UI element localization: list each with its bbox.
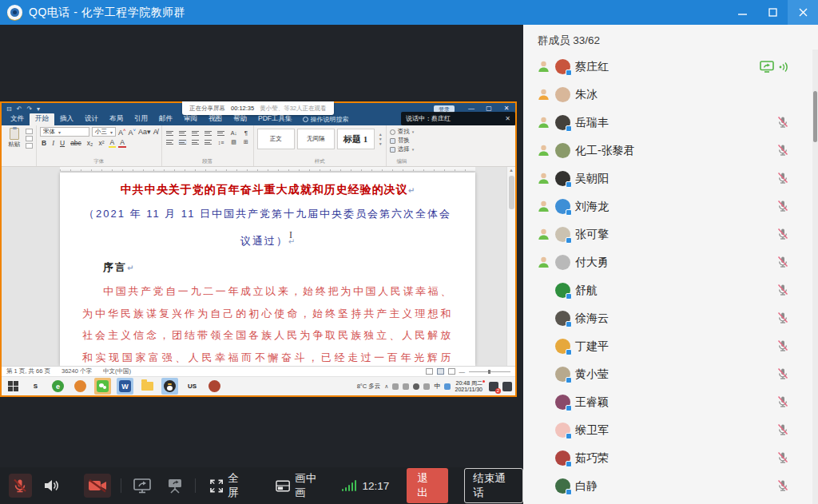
maximize-button[interactable]: [757, 0, 788, 25]
end-call-button[interactable]: 结束通话: [464, 468, 523, 503]
taskbar-app-app-red[interactable]: [206, 378, 223, 395]
change-case-icon[interactable]: Aa▾: [138, 128, 151, 136]
weather-indicator[interactable]: 8°C 多云: [357, 383, 381, 391]
web-layout-icon[interactable]: [448, 368, 455, 375]
align-left-icon[interactable]: [165, 140, 174, 145]
bullets-icon[interactable]: [165, 131, 174, 136]
cut-icon[interactable]: [26, 129, 33, 134]
taskbar-app-qq[interactable]: [161, 378, 178, 395]
volume-tray-icon[interactable]: [423, 383, 430, 390]
word-tab-插入[interactable]: 插入: [54, 113, 79, 125]
style-no-spacing[interactable]: 无间隔: [297, 129, 335, 149]
paste-button[interactable]: 粘贴: [5, 127, 23, 166]
member-row[interactable]: 付大勇: [523, 248, 818, 276]
language-indicator[interactable]: 中文(中国): [103, 367, 131, 375]
undo-icon[interactable]: ↶: [17, 105, 22, 113]
taskbar-app-word[interactable]: W: [117, 378, 133, 395]
clear-format-icon[interactable]: A̸: [153, 128, 158, 136]
italic-button[interactable]: I: [50, 139, 56, 147]
member-row[interactable]: 丁建平: [523, 332, 818, 360]
bold-button[interactable]: B: [40, 139, 48, 147]
speaker-button[interactable]: [42, 478, 62, 494]
multilevel-list-icon[interactable]: [191, 131, 200, 136]
member-row[interactable]: 茹巧荣: [523, 444, 818, 472]
taskbar-app-wechat[interactable]: [94, 378, 111, 395]
member-row[interactable]: 吴朝阳: [523, 165, 818, 192]
print-layout-icon[interactable]: [437, 368, 444, 375]
word-document-area[interactable]: 中共中央关于党的百年奋斗重大成就和历史经验的决议↵ （2021 年 11 月 1…: [2, 167, 515, 366]
member-row[interactable]: 蔡庄红: [523, 53, 818, 81]
shading-icon[interactable]: ▨: [229, 139, 238, 145]
member-row[interactable]: 朱冰: [523, 81, 818, 109]
word-tab-视图[interactable]: 视图: [203, 113, 228, 125]
numbering-icon[interactable]: [178, 131, 187, 136]
taskbar-clock[interactable]: 20:48 周二 2021/11/30: [455, 380, 485, 393]
subscript-button[interactable]: x₂: [85, 139, 95, 147]
taskbar-app-search-s[interactable]: S: [27, 378, 44, 395]
member-row[interactable]: 舒航: [523, 276, 818, 304]
word-tab-引用[interactable]: 引用: [129, 113, 153, 125]
share-screen-button[interactable]: [131, 477, 153, 494]
word-tab-开始[interactable]: 开始: [30, 113, 54, 125]
word-tab-审阅[interactable]: 审阅: [178, 113, 203, 125]
fullscreen-button[interactable]: 全屏: [210, 471, 248, 500]
tray-expand-icon[interactable]: ∧: [384, 383, 388, 390]
shrink-font-icon[interactable]: A˅: [129, 128, 137, 137]
taskbar-app-start[interactable]: [5, 378, 22, 395]
taskbar-app-browser-e[interactable]: e: [50, 378, 66, 395]
notification-icon[interactable]: 2: [489, 382, 498, 391]
members-scrollbar[interactable]: [812, 50, 818, 504]
increase-indent-icon[interactable]: [216, 131, 225, 136]
justify-icon[interactable]: [204, 140, 212, 145]
minimize-button[interactable]: [727, 0, 757, 25]
page-indicator[interactable]: 第 1 页, 共 66 页: [6, 367, 50, 375]
copy-icon[interactable]: [26, 136, 33, 141]
word-tab-PDF工具集[interactable]: PDF工具集: [252, 113, 298, 125]
decrease-indent-icon[interactable]: [204, 131, 212, 136]
word-tab-帮助[interactable]: 帮助: [228, 113, 252, 125]
action-center-icon[interactable]: [502, 382, 512, 391]
close-button[interactable]: [788, 0, 818, 25]
exit-button[interactable]: 退出: [407, 468, 448, 503]
sort-icon[interactable]: A↓: [229, 130, 239, 136]
taskbar-app-app-orange[interactable]: [72, 378, 89, 395]
redo-icon[interactable]: ↷: [26, 105, 32, 113]
document-scrollbar[interactable]: ▲: [506, 167, 515, 366]
superscript-button[interactable]: x²: [97, 139, 105, 147]
member-row[interactable]: 岳瑞丰: [523, 109, 818, 137]
member-row[interactable]: 白静: [523, 472, 818, 500]
mic-tray-icon[interactable]: [392, 383, 399, 390]
microphone-muted-button[interactable]: [9, 474, 32, 498]
member-row[interactable]: 缑卫军: [523, 416, 818, 444]
font-color-icon[interactable]: A: [118, 138, 126, 148]
replace-button[interactable]: 替换: [390, 137, 415, 145]
font-size-select[interactable]: 小三▾: [92, 127, 116, 137]
member-row[interactable]: 王睿颖: [523, 388, 818, 416]
member-row[interactable]: 化工-张黎君: [523, 137, 818, 165]
pilcrow-icon[interactable]: ¶: [243, 129, 249, 137]
styles-gallery-arrows[interactable]: ▲▼▼: [379, 133, 383, 146]
read-mode-icon[interactable]: [426, 368, 433, 375]
word-tab-设计[interactable]: 设计: [79, 113, 104, 125]
member-row[interactable]: 徐海云: [523, 304, 818, 332]
line-spacing-icon[interactable]: ↕≡: [216, 140, 226, 145]
highlight-color-icon[interactable]: A: [109, 138, 117, 148]
word-tab-邮件[interactable]: 邮件: [153, 113, 178, 125]
member-row[interactable]: 张可擎: [523, 220, 818, 248]
presentation-button[interactable]: [164, 477, 185, 494]
taskbar-app-explorer[interactable]: [139, 378, 156, 395]
member-row[interactable]: 刘海龙: [523, 192, 818, 220]
zoom-out-icon[interactable]: —: [459, 368, 466, 375]
word-quick-access-toolbar[interactable]: ⊟ ↶ ↷ ▾: [6, 105, 40, 113]
member-row[interactable]: 黄小莹: [523, 360, 818, 388]
qat-dropdown-icon[interactable]: ▾: [37, 105, 40, 113]
style-normal[interactable]: 正文: [257, 129, 295, 149]
word-count[interactable]: 36240 个字: [62, 367, 92, 375]
grow-font-icon[interactable]: A˄: [118, 128, 126, 137]
format-painter-icon[interactable]: [26, 143, 33, 149]
speaking-overlay-close-icon[interactable]: ✕: [505, 115, 510, 122]
picture-in-picture-button[interactable]: 画中画: [276, 471, 326, 500]
qq-tray-icon[interactable]: [413, 383, 419, 390]
word-tab-布局[interactable]: 布局: [104, 113, 129, 125]
document-page[interactable]: 中共中央关于党的百年奋斗重大成就和历史经验的决议↵ （2021 年 11 月 1…: [60, 173, 475, 366]
